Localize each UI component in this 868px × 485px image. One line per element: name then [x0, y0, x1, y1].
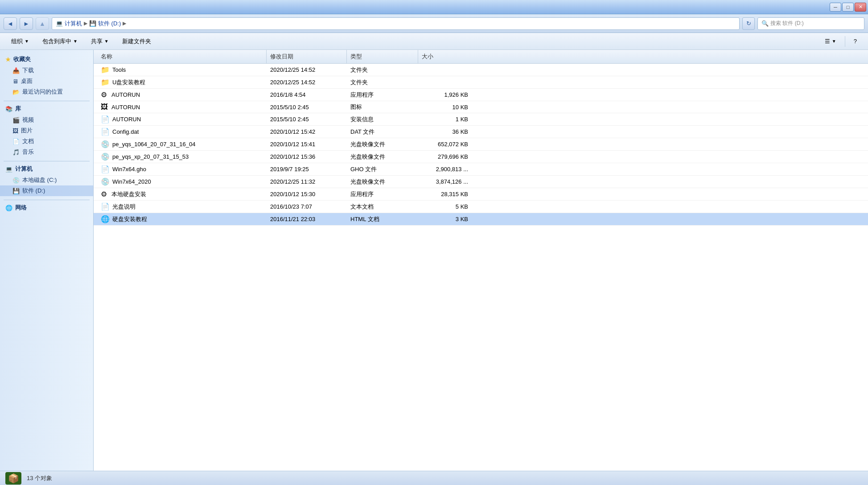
app-icon: 📦	[5, 472, 21, 485]
file-name: pe_yqs_xp_20_07_31_15_53	[112, 153, 189, 160]
refresh-button[interactable]: ↻	[742, 17, 755, 30]
file-date-cell: 2015/5/10 2:45	[267, 101, 347, 113]
organize-button[interactable]: 组织 ▼	[5, 35, 35, 48]
file-date-cell: 2016/11/21 22:03	[267, 213, 347, 225]
file-name-cell: 📄 Win7x64.gho	[97, 163, 267, 175]
file-type: HTML 文档	[350, 215, 379, 223]
sidebar-item-d-drive[interactable]: 💾 软件 (D:)	[0, 185, 93, 196]
col-size[interactable]: 大小	[418, 50, 472, 63]
file-size: 10 KB	[453, 104, 468, 111]
new-folder-button[interactable]: 新建文件夹	[116, 35, 157, 48]
sidebar-item-documents[interactable]: 📄 文档	[0, 136, 93, 147]
documents-icon: 📄	[12, 138, 20, 145]
file-size: 3 KB	[456, 216, 468, 222]
pc-icon: 💻	[56, 20, 63, 27]
file-name-cell: 📁 Tools	[97, 64, 267, 76]
back-button[interactable]: ◄	[4, 17, 17, 30]
file-date-cell: 2020/10/12 15:42	[267, 126, 347, 138]
file-date: 2020/12/25 14:52	[270, 66, 315, 73]
c-drive-icon: 💿	[12, 177, 20, 184]
col-type[interactable]: 类型	[347, 50, 418, 63]
table-row[interactable]: 🖼 AUTORUN 2015/5/10 2:45 图标 10 KB	[94, 101, 868, 113]
share-label: 共享	[91, 37, 103, 45]
file-type-icon: 📁	[101, 78, 110, 86]
table-row[interactable]: 🌐 硬盘安装教程 2016/11/21 22:03 HTML 文档 3 KB	[94, 213, 868, 226]
table-row[interactable]: 📁 U盘安装教程 2020/12/25 14:52 文件夹	[94, 76, 868, 89]
breadcrumb-computer[interactable]: 计算机	[65, 20, 82, 28]
title-bar-buttons: ─ □ ✕	[830, 3, 866, 12]
sidebar-item-pictures[interactable]: 🖼 图片	[0, 125, 93, 136]
up-button[interactable]: ▲	[36, 17, 49, 30]
file-type-cell: 光盘映像文件	[347, 176, 418, 188]
sidebar-item-c-drive[interactable]: 💿 本地磁盘 (C:)	[0, 175, 93, 185]
table-row[interactable]: 📄 光盘说明 2016/10/23 7:07 文本文档 5 KB	[94, 201, 868, 213]
view-icon: ☰	[825, 38, 830, 45]
file-date-cell: 2020/10/12 15:30	[267, 188, 347, 200]
documents-label: 文档	[22, 137, 34, 145]
table-row[interactable]: ⚙ 本地硬盘安装 2020/10/12 15:30 应用程序 28,315 KB	[94, 188, 868, 201]
file-type: 文件夹	[350, 78, 368, 86]
table-row[interactable]: 📄 Config.dat 2020/10/12 15:42 DAT 文件 36 …	[94, 126, 868, 138]
file-date: 2020/12/25 14:52	[270, 79, 315, 86]
close-button[interactable]: ✕	[855, 3, 866, 12]
maximize-button[interactable]: □	[842, 3, 854, 12]
table-row[interactable]: 💿 Win7x64_2020 2020/12/25 11:32 光盘映像文件 3…	[94, 176, 868, 188]
file-type: 文件夹	[350, 66, 368, 74]
col-date[interactable]: 修改日期	[267, 50, 347, 63]
file-type: 光盘映像文件	[350, 140, 385, 148]
address-bar: ◄ ► ▲ 💻 计算机 ▶ 💾 软件 (D:) ▶ ↻ 🔍 搜索 软件 (D:)	[0, 14, 868, 33]
file-type: GHO 文件	[350, 165, 377, 173]
file-list: 📁 Tools 2020/12/25 14:52 文件夹 📁 U盘安装教程 20…	[94, 64, 868, 471]
file-date-cell: 2015/5/10 2:45	[267, 113, 347, 125]
table-row[interactable]: 📄 Win7x64.gho 2019/9/7 19:25 GHO 文件 2,90…	[94, 163, 868, 176]
file-type: 图标	[350, 103, 362, 111]
computer-icon: 💻	[5, 166, 12, 173]
breadcrumb-sep-2: ▶	[123, 21, 126, 26]
breadcrumb-drive[interactable]: 软件 (D:)	[98, 20, 121, 28]
include-button[interactable]: 包含到库中 ▼	[37, 35, 83, 48]
sidebar-item-video[interactable]: 🎬 视频	[0, 115, 93, 125]
file-size-cell: 1,926 KB	[418, 89, 472, 101]
file-type-cell: 图标	[347, 101, 418, 113]
recent-label: 最近访问的位置	[22, 88, 63, 96]
file-size-cell: 28,315 KB	[418, 188, 472, 200]
organize-dropdown-icon: ▼	[25, 39, 29, 44]
sidebar-header-favorites[interactable]: ★ 收藏夹	[0, 53, 93, 65]
sidebar-item-desktop[interactable]: 🖥 桌面	[0, 76, 93, 86]
sidebar-item-recent[interactable]: 📂 最近访问的位置	[0, 86, 93, 97]
file-type: 文本文档	[350, 203, 374, 211]
file-size-cell: 3 KB	[418, 213, 472, 225]
file-size: 279,696 KB	[438, 153, 468, 160]
table-row[interactable]: 📁 Tools 2020/12/25 14:52 文件夹	[94, 64, 868, 76]
include-dropdown-icon: ▼	[73, 39, 78, 44]
sidebar-header-network[interactable]: 🌐 网络	[0, 202, 93, 214]
file-name: 本地硬盘安装	[111, 190, 146, 198]
file-size: 1 KB	[456, 116, 468, 123]
help-button[interactable]: ?	[848, 35, 863, 48]
share-button[interactable]: 共享 ▼	[85, 35, 115, 48]
sidebar-header-library[interactable]: 📚 库	[0, 103, 93, 115]
sidebar-section-favorites: ★ 收藏夹 📥 下载 🖥 桌面 📂 最近访问的位置	[0, 53, 93, 97]
forward-button[interactable]: ►	[20, 17, 33, 30]
view-button[interactable]: ☰ ▼	[819, 35, 842, 48]
minimize-button[interactable]: ─	[830, 3, 841, 12]
file-name-cell: 🖼 AUTORUN	[97, 101, 267, 113]
sidebar-header-computer[interactable]: 💻 计算机	[0, 163, 93, 175]
drive-icon: 💾	[89, 20, 96, 27]
table-row[interactable]: 📄 AUTORUN 2015/5/10 2:45 安装信息 1 KB	[94, 113, 868, 126]
table-row[interactable]: 💿 pe_yqs_xp_20_07_31_15_53 2020/10/12 15…	[94, 151, 868, 163]
file-name: U盘安装教程	[112, 78, 145, 86]
file-date-cell: 2020/10/12 15:36	[267, 151, 347, 163]
sidebar-item-downloads[interactable]: 📥 下载	[0, 65, 93, 76]
file-type-cell: 应用程序	[347, 188, 418, 200]
file-name: 硬盘安装教程	[112, 215, 147, 223]
col-name[interactable]: 名称	[97, 50, 267, 63]
table-row[interactable]: ⚙ AUTORUN 2016/1/8 4:54 应用程序 1,926 KB	[94, 89, 868, 101]
file-type-cell: 文件夹	[347, 64, 418, 76]
file-name-cell: 💿 Win7x64_2020	[97, 176, 267, 188]
file-type-icon: ⚙	[101, 190, 109, 198]
table-row[interactable]: 💿 pe_yqs_1064_20_07_31_16_04 2020/10/12 …	[94, 138, 868, 151]
file-name-cell: 📄 AUTORUN	[97, 113, 267, 125]
file-type-cell: 文本文档	[347, 201, 418, 213]
sidebar-item-music[interactable]: 🎵 音乐	[0, 147, 93, 157]
